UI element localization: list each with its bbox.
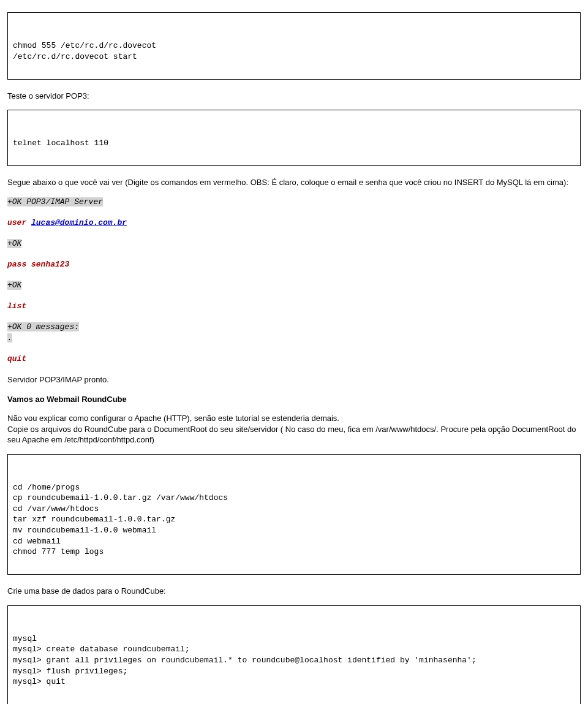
code-line: mysql> quit: [13, 676, 575, 687]
session-response: +OK: [7, 239, 21, 248]
code-line: chmod 555 /etc/rc.d/rc.dovecot: [13, 40, 575, 51]
code-line: cd webmail: [13, 536, 575, 547]
email-link[interactable]: lucas@dominio.com.br: [31, 218, 127, 227]
code-line: cp roundcubemail-1.0.0.tar.gz /var/www/h…: [13, 493, 575, 504]
code-lines: cd /home/progscp roundcubemail-1.0.0.tar…: [13, 482, 575, 558]
code-lines: mysqlmysql> create database roundcubemai…: [13, 634, 575, 687]
paragraph-create-db: Crie uma base de dados para o RoundCube:: [7, 586, 581, 597]
code-line: telnet localhost 110: [13, 138, 575, 149]
code-line: mysql> flush privileges;: [13, 666, 575, 677]
code-line: mysql> grant all privileges on roundcube…: [13, 655, 575, 666]
code-line: /etc/rc.d/rc.dovecot start: [13, 51, 575, 62]
paragraph-test-pop3: Teste o servidor POP3:: [7, 91, 581, 102]
code-line: cd /home/progs: [13, 482, 575, 493]
code-line: mv roundcubemail-1.0.0 webmail: [13, 525, 575, 536]
session-command-pass: pass senha123: [7, 260, 69, 269]
code-box-telnet: telnet localhost 110: [7, 110, 581, 166]
session-command-user: user lucas@dominio.com.br: [7, 218, 127, 227]
code-box-roundcube-install: cd /home/progscp roundcubemail-1.0.0.tar…: [7, 454, 581, 575]
code-lines: telnet localhost 110: [13, 138, 575, 149]
session-response: +OK POP3/IMAP Server: [7, 197, 103, 206]
code-line: mysql: [13, 634, 575, 645]
code-line: cd /var/www/htdocs: [13, 504, 575, 515]
paragraph-instructions: Segue abaixo o que você vai ver (Digite …: [7, 177, 581, 188]
session-transcript: +OK POP3/IMAP Server user lucas@dominio.…: [7, 197, 581, 363]
code-box-dovecot: chmod 555 /etc/rc.d/rc.dovecot/etc/rc.d/…: [7, 12, 581, 80]
session-command-list: list: [7, 301, 26, 311]
session-response: +OK 0 messages:: [7, 322, 79, 331]
text: Não vou explicar como configurar o Apach…: [7, 414, 339, 423]
code-line: tar xzf roundcubemail-1.0.0.tar.gz: [13, 514, 575, 525]
code-line: mysql> create database roundcubemail;: [13, 644, 575, 655]
code-lines: chmod 555 /etc/rc.d/rc.dovecot/etc/rc.d/…: [13, 40, 575, 62]
heading-roundcube: Vamos ao Webmail RoundCube: [7, 394, 581, 405]
session-response: +OK: [7, 281, 21, 290]
text: Copie os arquivos do RoundCube para o Do…: [7, 425, 576, 445]
session-response: .: [7, 333, 12, 343]
paragraph-roundcube-explain: Não vou explicar como configurar o Apach…: [7, 413, 581, 445]
cmd-text: user: [7, 218, 31, 227]
code-line: chmod 777 temp logs: [13, 547, 575, 558]
session-command-quit: quit: [7, 354, 26, 363]
code-box-mysql: mysqlmysql> create database roundcubemai…: [7, 605, 581, 704]
paragraph-pop3-ready: Servidor POP3/IMAP pronto.: [7, 374, 581, 385]
